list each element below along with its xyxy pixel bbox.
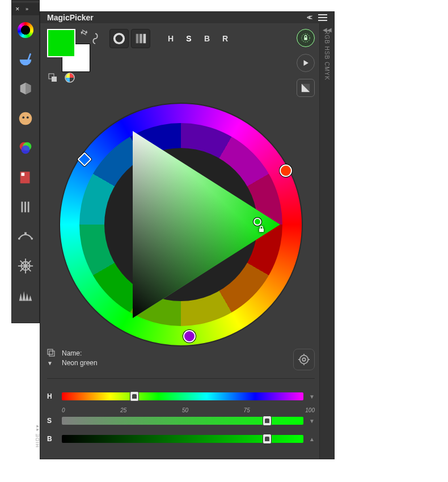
rgb-circles-icon [17,139,34,157]
svg-point-33 [302,358,306,361]
svg-rect-31 [49,351,54,356]
color-name-text: Name: Neon green [62,349,98,368]
svg-rect-9 [28,202,29,213]
slider-scale: 0 25 50 75 100 [62,407,315,413]
channel-h-button[interactable]: H [163,29,179,48]
lock-icon [258,226,266,234]
grass-icon [17,287,34,304]
svg-rect-23 [140,34,142,44]
color-name-value: Neon green [62,358,98,368]
complement-indicator-2[interactable] [280,164,292,177]
sidebar-item-2[interactable] [15,78,36,100]
corner-mode-button[interactable] [297,79,315,97]
close-icon[interactable]: ✕ [15,6,20,12]
sidebar-item-8[interactable] [15,255,36,277]
svg-point-3 [27,116,29,119]
svg-point-2 [22,116,24,119]
complement-indicator-1[interactable] [183,330,196,343]
sv-triangle[interactable] [121,125,291,324]
sidebar-item-6[interactable] [15,196,36,218]
gradient-bars-button[interactable] [131,29,150,48]
color-wheel[interactable] [59,103,303,346]
slider-h-track[interactable] [62,392,303,400]
sidebar-item-4[interactable] [15,137,36,159]
slider-b-label: B [47,435,56,443]
svg-rect-19 [52,77,57,82]
expand-icon[interactable]: » [26,6,28,12]
svg-point-10 [18,238,20,240]
svg-point-21 [115,34,124,44]
slider-s-label: S [47,417,56,425]
sidebar-item-1[interactable] [15,49,36,70]
color-name-label: Name: [62,349,98,358]
fg-bg-swatches[interactable]: ⇄ [47,29,87,69]
cube-icon [17,81,34,98]
svg-rect-12 [24,232,27,235]
nodes-icon [17,228,34,245]
sidebar-item-3[interactable] [15,108,36,129]
lock-wheel-button[interactable] [297,29,315,47]
sidebar-item-9[interactable] [15,285,36,306]
sv-picker-dot[interactable] [253,218,261,226]
slider-s-track[interactable] [62,417,303,425]
slider-s: S ▼ [47,417,315,425]
svg-rect-29 [259,229,264,232]
slider-s-thumb[interactable] [263,416,272,426]
panel-title: MagicPicker [47,13,94,22]
svg-rect-26 [304,37,307,40]
brushes-icon [17,198,34,215]
link-colors-icon[interactable] [91,32,103,45]
svg-rect-7 [22,202,23,213]
collapse-button[interactable]: << [307,14,310,22]
sidebar-item-7[interactable] [15,226,36,247]
slider-h-label: H [47,392,56,400]
channel-b-button[interactable]: B [199,29,215,48]
hide-sliders-label[interactable]: HIDE ▾▾ [35,424,40,447]
plugin-dock-sidebar: ✕ » [11,0,40,323]
slider-b: B ▲ [47,435,315,443]
svg-point-1 [19,112,32,125]
hsb-sliders: HIDE ▾▾ H ▼ 0 25 50 75 100 S [47,378,315,453]
sidebar-item-magicpicker[interactable] [15,19,36,41]
mode-toolbar: H S B R [109,29,233,48]
color-mode-strip[interactable]: ◀◀ RGB HSB CMYK [319,23,334,459]
foreground-swatch[interactable] [47,29,75,57]
slider-h-stepdown[interactable]: ▼ [309,394,315,400]
mortar-icon [17,51,34,68]
svg-rect-30 [48,349,53,354]
slider-s-stepdown[interactable]: ▼ [309,418,315,424]
slider-h-thumb[interactable] [130,391,139,401]
default-colors-icon[interactable] [47,72,58,83]
color-ring-icon [18,22,33,38]
svg-point-6 [22,145,30,154]
panel-menu-button[interactable] [318,14,327,21]
channel-s-button[interactable]: S [181,29,197,48]
svg-rect-22 [136,34,139,44]
panel-titlebar: MagicPicker << [40,12,334,23]
settings-button[interactable] [293,349,315,370]
channel-r-button[interactable]: R [217,29,233,48]
slider-b-track[interactable] [62,435,303,443]
color-name-row: ▼ Name: Neon green [47,349,315,370]
ring-mode-button[interactable] [109,29,129,48]
svg-point-11 [31,238,33,240]
svg-rect-24 [143,34,146,44]
svg-point-32 [300,356,308,364]
copy-name-icon[interactable] [47,349,55,357]
color-scheme-icon[interactable] [64,72,75,83]
slider-b-stepup[interactable]: ▲ [309,436,315,442]
sidebar-item-5[interactable] [15,167,36,188]
svg-rect-8 [24,202,26,213]
expand-name-icon[interactable]: ▼ [47,360,55,366]
slider-b-thumb[interactable] [263,434,272,444]
ship-wheel-icon [17,257,34,274]
book-icon [17,169,34,186]
magicpicker-panel: MagicPicker << ⇄ [40,11,335,459]
slider-h: H ▼ [47,392,315,400]
sidebar-header: ✕ » [12,3,39,15]
mode-strip-label: RGB HSB CMYK [324,30,330,81]
swap-colors-icon[interactable]: ⇄ [79,27,90,38]
palette-face-icon [17,110,34,127]
play-button[interactable] [297,54,315,72]
